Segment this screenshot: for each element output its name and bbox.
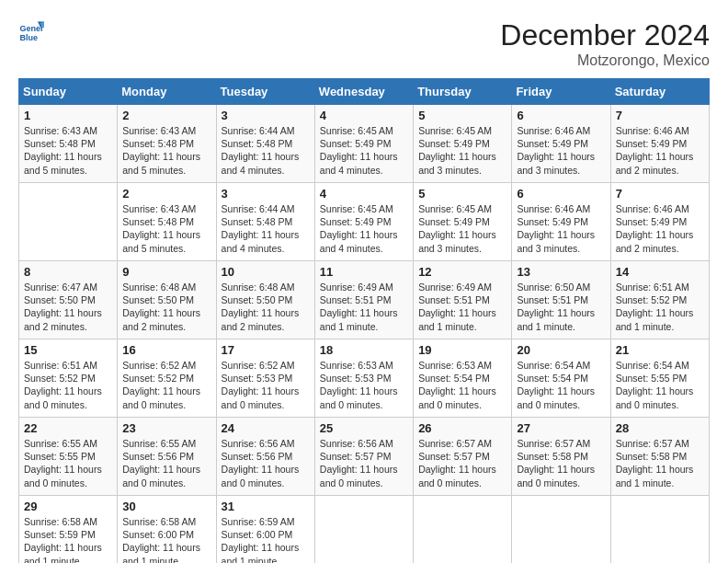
calendar-week-row: 1Sunrise: 6:43 AM Sunset: 5:48 PM Daylig… (19, 105, 710, 183)
weekday-header: Thursday (414, 79, 512, 105)
logo: General Blue (18, 18, 44, 44)
calendar-week-row: 15Sunrise: 6:51 AM Sunset: 5:52 PM Dayli… (19, 339, 710, 418)
calendar-day: 5Sunrise: 6:45 AM Sunset: 5:49 PM Daylig… (414, 105, 512, 183)
calendar-day (512, 496, 610, 564)
month-title: December 2024 (500, 18, 710, 52)
weekday-header: Sunday (19, 79, 118, 105)
calendar-day: 6Sunrise: 6:46 AM Sunset: 5:49 PM Daylig… (512, 105, 610, 183)
weekday-header: Saturday (610, 79, 709, 105)
calendar-day: 28Sunrise: 6:57 AM Sunset: 5:58 PM Dayli… (610, 418, 709, 496)
calendar-week-row: 8Sunrise: 6:47 AM Sunset: 5:50 PM Daylig… (19, 261, 710, 339)
calendar-day: 12Sunrise: 6:49 AM Sunset: 5:51 PM Dayli… (414, 261, 512, 339)
weekday-header: Friday (512, 79, 610, 105)
calendar-day: 4Sunrise: 6:45 AM Sunset: 5:49 PM Daylig… (314, 105, 413, 183)
logo-icon: General Blue (18, 18, 44, 44)
weekday-header: Wednesday (314, 79, 413, 105)
calendar-day: 23Sunrise: 6:55 AM Sunset: 5:56 PM Dayli… (118, 418, 216, 496)
calendar-day: 25Sunrise: 6:56 AM Sunset: 5:57 PM Dayli… (314, 418, 413, 496)
calendar-day: 24Sunrise: 6:56 AM Sunset: 5:56 PM Dayli… (216, 418, 314, 496)
weekday-header-row: SundayMondayTuesdayWednesdayThursdayFrid… (19, 79, 710, 105)
weekday-header: Tuesday (216, 79, 314, 105)
calendar-day: 26Sunrise: 6:57 AM Sunset: 5:57 PM Dayli… (414, 418, 512, 496)
weekday-header: Monday (118, 79, 216, 105)
calendar-day: 22Sunrise: 6:55 AM Sunset: 5:55 PM Dayli… (19, 418, 118, 496)
calendar-day: 10Sunrise: 6:48 AM Sunset: 5:50 PM Dayli… (216, 261, 314, 339)
title-block: December 2024 Motzorongo, Mexico (500, 18, 710, 69)
calendar-day: 30Sunrise: 6:58 AM Sunset: 6:00 PM Dayli… (118, 496, 216, 564)
calendar-day: 20Sunrise: 6:54 AM Sunset: 5:54 PM Dayli… (512, 339, 610, 418)
calendar-day: 2Sunrise: 6:43 AM Sunset: 5:48 PM Daylig… (118, 105, 216, 183)
calendar-day: 29Sunrise: 6:58 AM Sunset: 5:59 PM Dayli… (19, 496, 118, 564)
svg-text:Blue: Blue (19, 33, 38, 42)
calendar-day (610, 496, 709, 564)
calendar-day: 7Sunrise: 6:46 AM Sunset: 5:49 PM Daylig… (610, 183, 709, 261)
page-header: General Blue December 2024 Motzorongo, M… (18, 18, 710, 69)
location: Motzorongo, Mexico (500, 52, 710, 69)
calendar-day: 16Sunrise: 6:52 AM Sunset: 5:52 PM Dayli… (118, 339, 216, 418)
calendar-day (314, 496, 413, 564)
calendar-day: 31Sunrise: 6:59 AM Sunset: 6:00 PM Dayli… (216, 496, 314, 564)
calendar-day: 5Sunrise: 6:45 AM Sunset: 5:49 PM Daylig… (414, 183, 512, 261)
calendar-table: SundayMondayTuesdayWednesdayThursdayFrid… (18, 78, 710, 563)
calendar-day: 3Sunrise: 6:44 AM Sunset: 5:48 PM Daylig… (216, 105, 314, 183)
calendar-day (19, 183, 118, 261)
calendar-day: 4Sunrise: 6:45 AM Sunset: 5:49 PM Daylig… (314, 183, 413, 261)
calendar-day: 18Sunrise: 6:53 AM Sunset: 5:53 PM Dayli… (314, 339, 413, 418)
calendar-day: 19Sunrise: 6:53 AM Sunset: 5:54 PM Dayli… (414, 339, 512, 418)
calendar-day: 9Sunrise: 6:48 AM Sunset: 5:50 PM Daylig… (118, 261, 216, 339)
calendar-day: 27Sunrise: 6:57 AM Sunset: 5:58 PM Dayli… (512, 418, 610, 496)
calendar-day: 11Sunrise: 6:49 AM Sunset: 5:51 PM Dayli… (314, 261, 413, 339)
calendar-week-row: 2Sunrise: 6:43 AM Sunset: 5:48 PM Daylig… (19, 183, 710, 261)
calendar-day: 2Sunrise: 6:43 AM Sunset: 5:48 PM Daylig… (118, 183, 216, 261)
calendar-day: 17Sunrise: 6:52 AM Sunset: 5:53 PM Dayli… (216, 339, 314, 418)
calendar-day: 13Sunrise: 6:50 AM Sunset: 5:51 PM Dayli… (512, 261, 610, 339)
calendar-day (414, 496, 512, 564)
calendar-day: 21Sunrise: 6:54 AM Sunset: 5:55 PM Dayli… (610, 339, 709, 418)
calendar-day: 14Sunrise: 6:51 AM Sunset: 5:52 PM Dayli… (610, 261, 709, 339)
calendar-day: 7Sunrise: 6:46 AM Sunset: 5:49 PM Daylig… (610, 105, 709, 183)
calendar-day: 1Sunrise: 6:43 AM Sunset: 5:48 PM Daylig… (19, 105, 118, 183)
calendar-week-row: 29Sunrise: 6:58 AM Sunset: 5:59 PM Dayli… (19, 496, 710, 564)
calendar-day: 3Sunrise: 6:44 AM Sunset: 5:48 PM Daylig… (216, 183, 314, 261)
calendar-day: 6Sunrise: 6:46 AM Sunset: 5:49 PM Daylig… (512, 183, 610, 261)
calendar-day: 8Sunrise: 6:47 AM Sunset: 5:50 PM Daylig… (19, 261, 118, 339)
calendar-week-row: 22Sunrise: 6:55 AM Sunset: 5:55 PM Dayli… (19, 418, 710, 496)
calendar-day: 15Sunrise: 6:51 AM Sunset: 5:52 PM Dayli… (19, 339, 118, 418)
